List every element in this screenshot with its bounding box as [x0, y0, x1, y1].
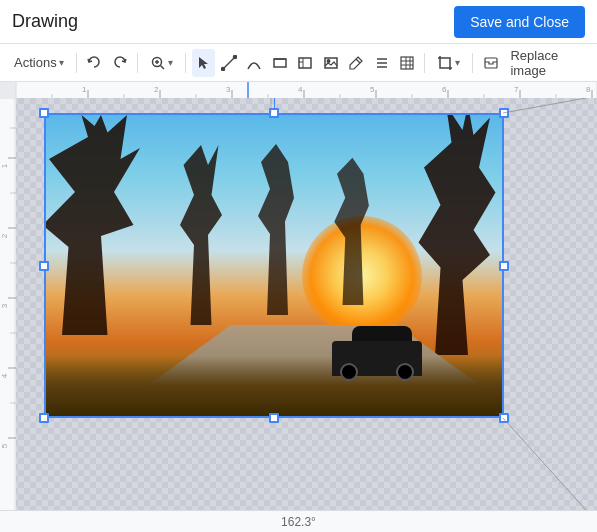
undo-button[interactable]: [82, 49, 105, 77]
image-tool-button[interactable]: [319, 49, 342, 77]
arc-icon: [246, 55, 262, 71]
zoom-arrow: ▾: [168, 57, 173, 68]
zoom-icon: [150, 55, 166, 71]
redo-button[interactable]: [108, 49, 131, 77]
toolbar: Actions ▾ ▾: [0, 44, 597, 82]
handle-bottom-center[interactable]: [269, 413, 279, 423]
svg-text:3: 3: [226, 85, 231, 94]
image-container[interactable]: [44, 113, 504, 418]
handle-middle-right[interactable]: [499, 261, 509, 271]
app-header: Drawing Save and Close: [0, 0, 597, 44]
car: [332, 326, 422, 376]
svg-text:1: 1: [82, 85, 87, 94]
svg-rect-23: [485, 58, 497, 68]
actions-dropdown[interactable]: Actions ▾: [8, 51, 70, 74]
pen-icon: [348, 55, 364, 71]
toolbar-separator-3: [185, 53, 186, 73]
select-icon: [196, 55, 212, 71]
car-wheel-left: [340, 363, 358, 381]
svg-line-1: [161, 65, 165, 69]
svg-point-5: [221, 67, 224, 70]
table-tool-button[interactable]: [395, 49, 418, 77]
drawing-canvas[interactable]: [16, 98, 597, 510]
table-icon: [399, 55, 415, 71]
svg-line-72: [503, 418, 586, 510]
mask-icon: [483, 55, 499, 71]
tree-mid2: [246, 135, 306, 315]
svg-text:7: 7: [514, 85, 519, 94]
tree-mid1: [166, 125, 236, 325]
svg-text:5: 5: [0, 443, 9, 448]
svg-rect-24: [0, 82, 16, 98]
shape-tool-button[interactable]: [268, 49, 291, 77]
svg-text:4: 4: [0, 373, 9, 378]
svg-text:6: 6: [442, 85, 447, 94]
handle-top-right[interactable]: [499, 108, 509, 118]
handle-top-left[interactable]: [39, 108, 49, 118]
page-title: Drawing: [12, 11, 78, 32]
pen-tool-button[interactable]: [344, 49, 367, 77]
line-spacing-button[interactable]: [370, 49, 393, 77]
arc-tool-button[interactable]: [243, 49, 266, 77]
angle-display: 162.3°: [281, 515, 316, 529]
svg-rect-9: [299, 58, 311, 68]
replace-image-button[interactable]: Replace image: [504, 44, 588, 82]
toolbar-separator-1: [76, 53, 77, 73]
svg-text:5: 5: [370, 85, 375, 94]
svg-point-6: [233, 55, 236, 58]
svg-text:1: 1: [0, 163, 9, 168]
actions-label: Actions: [14, 55, 57, 70]
car-wheel-right: [396, 363, 414, 381]
toolbar-separator-5: [472, 53, 473, 73]
handle-top-center[interactable]: [269, 108, 279, 118]
toolbar-separator-4: [424, 53, 425, 73]
undo-icon: [86, 55, 102, 71]
tree-left: [46, 115, 166, 335]
svg-text:8: 8: [586, 85, 591, 94]
canvas-area[interactable]: 1 2 3 4 5: [0, 98, 597, 510]
svg-line-14: [356, 59, 360, 63]
crop-rotate-dropdown[interactable]: ▾: [431, 51, 466, 75]
line-icon: [221, 55, 237, 71]
left-ruler-svg: 1 2 3 4 5: [0, 98, 16, 510]
svg-text:2: 2: [154, 85, 159, 94]
svg-point-13: [327, 59, 329, 61]
ruler-left: 1 2 3 4 5: [0, 98, 16, 510]
svg-text:3: 3: [0, 303, 9, 308]
svg-rect-18: [401, 57, 413, 69]
line-spacing-icon: [373, 55, 389, 71]
toolbar-separator-2: [137, 53, 138, 73]
image-scene: [46, 115, 502, 416]
selected-image[interactable]: [44, 113, 504, 418]
zoom-dropdown[interactable]: ▾: [144, 51, 179, 75]
ruler-top: 1 2 3 4 5 6 7 8: [0, 82, 597, 98]
svg-text:2: 2: [0, 233, 9, 238]
mask-button[interactable]: [479, 49, 502, 77]
tree-right: [402, 115, 502, 355]
save-close-button[interactable]: Save and Close: [454, 6, 585, 38]
svg-line-4: [223, 57, 235, 69]
status-bar: 162.3°: [0, 510, 597, 532]
textbox-tool-button[interactable]: [293, 49, 316, 77]
actions-dropdown-arrow: ▾: [59, 57, 64, 68]
image-icon: [323, 55, 339, 71]
ground-foliage: [46, 356, 502, 416]
handle-bottom-left[interactable]: [39, 413, 49, 423]
handle-middle-left[interactable]: [39, 261, 49, 271]
crop-arrow: ▾: [455, 57, 460, 68]
svg-line-71: [503, 98, 586, 113]
line-tool-button[interactable]: [217, 49, 240, 77]
ruler-svg: 1 2 3 4 5 6 7 8: [0, 82, 597, 98]
svg-text:4: 4: [298, 85, 303, 94]
textbox-icon: [297, 55, 313, 71]
crop-icon: [437, 55, 453, 71]
shape-icon: [272, 55, 288, 71]
svg-rect-7: [274, 59, 286, 67]
handle-bottom-right[interactable]: [499, 413, 509, 423]
redo-icon: [112, 55, 128, 71]
svg-rect-25: [16, 82, 597, 98]
select-tool-button[interactable]: [192, 49, 215, 77]
